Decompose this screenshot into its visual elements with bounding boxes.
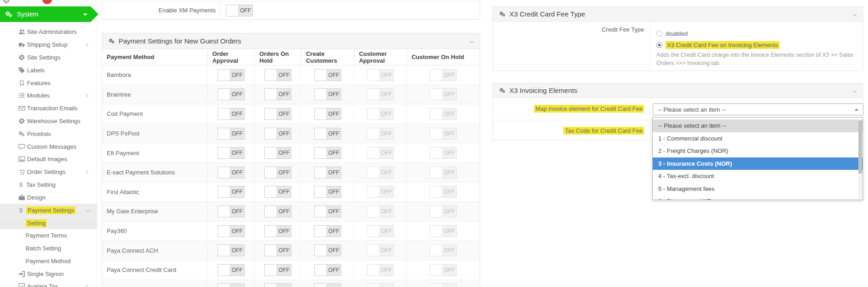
panel-header[interactable]: X3 Credit Card Fee Type (493, 7, 863, 22)
sidebar-item-labels[interactable]: Labels (0, 64, 97, 76)
sidebar-item-warehouse-settings[interactable]: Warehouse Settings (0, 115, 97, 128)
radio-icon[interactable] (656, 31, 662, 37)
toggle-order-approval[interactable]: OFF (218, 264, 245, 276)
toggle-enable-xm-payments[interactable]: OFF (226, 5, 253, 16)
sidebar-item-payment-terms[interactable]: Payment Terms (0, 229, 97, 242)
toggle-customer-approval[interactable]: OFF (367, 186, 394, 198)
toggle-order-approval[interactable]: OFF (218, 206, 245, 217)
sidebar-header-system[interactable]: System (0, 6, 98, 22)
sidebar-item-batch-setting[interactable]: Batch Setting (0, 242, 97, 255)
toggle-order-approval[interactable]: OFF (218, 108, 245, 120)
sidebar-item-tax-setting[interactable]: $Tax Setting (0, 179, 97, 191)
toggle-orders-on-hold[interactable]: OFF (264, 206, 291, 217)
scrollbar-track[interactable] (858, 119, 862, 198)
dropdown-option-highlighted[interactable]: 3 - Insurance Costs (NOR) (653, 157, 863, 170)
toggle-order-approval[interactable]: OFF (218, 128, 245, 140)
toggle-create-customers[interactable]: OFF (314, 147, 341, 159)
toggle-orders-on-hold[interactable]: OFF (264, 108, 291, 120)
toggle-customer-on-hold[interactable]: OFF (430, 108, 457, 120)
toggle-customer-approval[interactable]: OFF (367, 283, 394, 287)
toggle-customer-on-hold[interactable]: OFF (430, 264, 457, 276)
toggle-order-approval[interactable]: OFF (218, 88, 245, 100)
toggle-customer-on-hold[interactable]: OFF (430, 167, 457, 179)
sidebar-item-features[interactable]: Features (0, 76, 97, 89)
toggle-orders-on-hold[interactable]: OFF (264, 147, 291, 159)
toggle-orders-on-hold[interactable]: OFF (264, 167, 291, 179)
toggle-orders-on-hold[interactable]: OFF (264, 264, 291, 276)
dropdown-option[interactable]: -- Please select an item -- (653, 119, 863, 132)
toggle-customer-on-hold[interactable]: OFF (430, 88, 457, 100)
dropdown-option[interactable]: 5 - Management fees (653, 183, 863, 195)
sidebar-item-shipping-setup[interactable]: Shipping Setup (0, 38, 97, 51)
toggle-create-customers[interactable]: OFF (314, 69, 341, 81)
toggle-customer-approval[interactable]: OFF (367, 69, 394, 81)
panel-header[interactable]: X3 Invoicing Elements (493, 83, 863, 98)
dropdown-option[interactable]: 1 - Commercial discount (653, 132, 863, 145)
toggle-customer-on-hold[interactable]: OFF (430, 147, 457, 159)
toggle-orders-on-hold[interactable]: OFF (264, 244, 291, 256)
sidebar-item-custom-messages[interactable]: Custom Messages (0, 140, 97, 153)
toggle-customer-approval[interactable]: OFF (367, 244, 394, 256)
radio-option-invoicing-elements[interactable]: X3 Credit Card Fee on Invoicing Elements (656, 41, 780, 49)
toggle-customer-approval[interactable]: OFF (367, 167, 394, 179)
sidebar-item-order-settings[interactable]: Order Settings (0, 166, 97, 179)
panel-header[interactable]: Payment Settings for New Guest Orders (102, 33, 480, 49)
sidebar-item-setting[interactable]: Setting (0, 217, 97, 229)
sidebar-item-site-administrators[interactable]: Site Administrators (0, 26, 97, 38)
toggle-order-approval[interactable]: OFF (218, 283, 245, 287)
sidebar-item-modules[interactable]: Modules (0, 89, 97, 102)
dropdown-option[interactable]: 2 - Freight Charges (NOR) (653, 145, 863, 157)
sidebar-item-default-images[interactable]: Default Images (0, 153, 97, 166)
invoice-element-select[interactable]: -- Please select an item -- (653, 103, 863, 115)
toggle-customer-on-hold[interactable]: OFF (430, 128, 457, 140)
toggle-customer-approval[interactable]: OFF (367, 225, 394, 237)
toggle-order-approval[interactable]: OFF (218, 186, 245, 198)
radio-selected-icon[interactable] (656, 42, 662, 48)
sidebar-item-site-settings[interactable]: Site Settings (0, 51, 97, 64)
scrollbar-thumb[interactable] (858, 120, 862, 173)
toggle-create-customers[interactable]: OFF (314, 206, 341, 217)
toggle-order-approval[interactable]: OFF (218, 69, 245, 81)
toggle-customer-on-hold[interactable]: OFF (430, 225, 457, 237)
toggle-customer-approval[interactable]: OFF (367, 206, 394, 217)
toggle-create-customers[interactable]: OFF (314, 108, 341, 120)
toggle-customer-approval[interactable]: OFF (367, 128, 394, 140)
sidebar-item-single-signon[interactable]: Single Signon (0, 267, 97, 280)
dropdown-option-partial[interactable]: 6 - Discount on VAT (653, 195, 863, 200)
toggle-customer-on-hold[interactable]: OFF (430, 69, 457, 81)
toggle-orders-on-hold[interactable]: OFF (264, 283, 291, 287)
toggle-orders-on-hold[interactable]: OFF (264, 69, 291, 81)
toggle-order-approval[interactable]: OFF (218, 167, 245, 179)
toggle-create-customers[interactable]: OFF (314, 88, 341, 100)
toggle-create-customers[interactable]: OFF (314, 264, 341, 276)
toggle-create-customers[interactable]: OFF (314, 244, 341, 256)
toggle-customer-approval[interactable]: OFF (367, 264, 394, 276)
sidebar-item-payment-method[interactable]: Payment Method (0, 255, 97, 267)
toggle-customer-approval[interactable]: OFF (367, 88, 394, 100)
toggle-orders-on-hold[interactable]: OFF (264, 225, 291, 237)
sidebar-item-pricelists[interactable]: Pricelists (0, 127, 97, 140)
collapse-chevron-icon[interactable] (470, 39, 474, 43)
sidebar-item-avalara-tax[interactable]: Avalara Tax (0, 280, 97, 287)
sidebar-item-payment-settings[interactable]: $Payment Settings (0, 204, 97, 217)
toggle-orders-on-hold[interactable]: OFF (264, 128, 291, 140)
toggle-customer-on-hold[interactable]: OFF (430, 244, 457, 256)
toggle-customer-on-hold[interactable]: OFF (430, 186, 457, 198)
toggle-orders-on-hold[interactable]: OFF (264, 88, 291, 100)
sidebar-item-design[interactable]: Design (0, 191, 97, 204)
toggle-create-customers[interactable]: OFF (314, 167, 341, 179)
toggle-customer-on-hold[interactable]: OFF (430, 283, 457, 287)
toggle-orders-on-hold[interactable]: OFF (264, 186, 291, 198)
toggle-order-approval[interactable]: OFF (218, 225, 245, 237)
toggle-create-customers[interactable]: OFF (314, 128, 341, 140)
toggle-customer-on-hold[interactable]: OFF (430, 206, 457, 217)
dropdown-option[interactable]: 4 - Tax-excl. discount (653, 170, 863, 183)
collapse-chevron-icon[interactable] (853, 88, 857, 92)
toggle-create-customers[interactable]: OFF (314, 283, 341, 287)
collapse-chevron-icon[interactable] (853, 12, 857, 16)
sidebar-item-transaction-emails[interactable]: Transaction Emails (0, 102, 97, 115)
toggle-order-approval[interactable]: OFF (218, 244, 245, 256)
toggle-order-approval[interactable]: OFF (218, 147, 245, 159)
toggle-create-customers[interactable]: OFF (314, 186, 341, 198)
toggle-create-customers[interactable]: OFF (314, 225, 341, 237)
